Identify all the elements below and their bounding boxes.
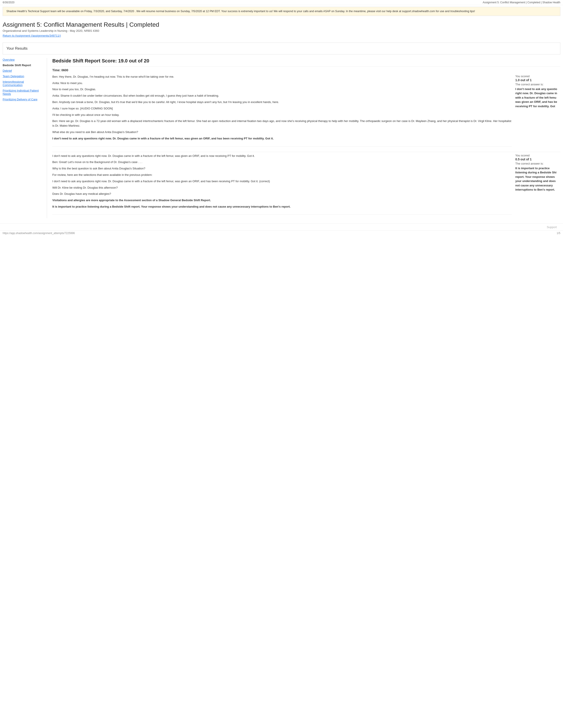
- block-1-row: Ben: Hey there, Dr. Douglas, I'm heading…: [52, 75, 560, 150]
- conv-line-1-6: Anita: I sure hope so. [AUDIO COMING SOO…: [52, 106, 512, 111]
- conv-line-1-3: Nice to meet you too, Dr. Douglas.: [52, 87, 512, 92]
- sidebar-item-prioritizing-individual[interactable]: Prioritizing Individual Patient Needs: [3, 89, 43, 96]
- browser-title: Assignment 5: Conflict Management | Comp…: [483, 1, 560, 4]
- conv-bold-answer-1: I don't need to ask any questions right …: [52, 136, 512, 141]
- footer-bar: Support: [0, 223, 563, 231]
- score-block-1: You scored 1.0 out of 1 The correct answ…: [515, 75, 560, 109]
- support-link[interactable]: Support: [547, 225, 557, 229]
- sidebar-link-prioritizing-individual[interactable]: Prioritizing Individual Patient Needs: [3, 89, 39, 96]
- score-value-1: 1.0 out of 1: [515, 78, 560, 82]
- score-label-1: You scored: [515, 75, 560, 78]
- conv-line-1-1: Ben: Hey there, Dr. Douglas, I'm heading…: [52, 75, 512, 79]
- conv-line-2-6: Will Dr. Kline be visiting Dr. Douglas t…: [52, 186, 512, 190]
- page-subtitle: Organizational and Systems Leadership in…: [3, 29, 560, 32]
- conversation-block-1: Ben: Hey there, Dr. Douglas, I'm heading…: [52, 75, 512, 146]
- divider-2: [52, 152, 560, 152]
- conv-line-2-7: Does Dr. Douglas have any medical allerg…: [52, 192, 512, 196]
- notice-text: Shadow Health's Technical Support team w…: [6, 10, 475, 13]
- score-value-2: 0.5 out of 1: [515, 158, 560, 161]
- score-panel-2: You scored 0.5 out of 1 The correct answ…: [512, 154, 560, 218]
- footer-page: 1/5: [557, 232, 560, 235]
- main-content: Overview Bedside Shift Report Debrief Te…: [3, 58, 560, 218]
- page-title: Assignment 5: Conflict Management Result…: [3, 21, 560, 28]
- conv-line-1-2: Anita: Nice to meet you.: [52, 81, 512, 86]
- page-header: Assignment 5: Conflict Management Result…: [0, 18, 563, 39]
- sidebar-item-debrief[interactable]: Debrief: [3, 69, 43, 72]
- notice-bar: Shadow Health's Technical Support team w…: [3, 7, 560, 16]
- score-block-2: You scored 0.5 out of 1 The correct answ…: [515, 154, 560, 192]
- conversation-block-2: I don't need to ask any questions right …: [52, 154, 512, 215]
- score-panel-1: You scored 1.0 out of 1 The correct answ…: [512, 75, 560, 150]
- results-box: Your Results: [3, 43, 560, 54]
- sidebar-label-bedside-shift-report: Bedside Shift Report: [3, 64, 31, 67]
- sidebar: Overview Bedside Shift Report Debrief Te…: [3, 58, 47, 218]
- score-label-2: You scored: [515, 154, 560, 157]
- sidebar-link-prioritizing-delivery[interactable]: Prioritizing Delivery of Care: [3, 98, 38, 101]
- sidebar-link-interprofessional-communication[interactable]: Interprofessional Communication: [3, 80, 24, 87]
- sidebar-item-prioritizing-delivery[interactable]: Prioritizing Delivery of Care: [3, 98, 43, 101]
- correct-text-1: I don't need to ask any questio right no…: [515, 87, 560, 109]
- correct-text-2: It is important to practice listening du…: [515, 166, 560, 192]
- correct-label-2: The correct answer is:: [515, 162, 560, 165]
- sidebar-item-bedside-shift-report[interactable]: Bedside Shift Report: [3, 64, 43, 67]
- conv-line-2-5: I don't need to ask any questions right …: [52, 179, 512, 184]
- sidebar-link-overview[interactable]: Overview: [3, 58, 15, 61]
- section-score-title: Bedside Shift Report Score: 19.0 out of …: [52, 58, 560, 64]
- top-bar: 6/30/2020 Assignment 5: Conflict Managem…: [0, 0, 563, 5]
- conv-line-1-5: Ben: Anybody can break a bone, Dr. Dougl…: [52, 100, 512, 105]
- conv-line-1-8: Ben: Here we go. Dr. Douglas is a 72-yea…: [52, 119, 512, 128]
- conv-line-2-4: For review, here are the selections that…: [52, 173, 512, 177]
- conv-line-1-7: I'll be checking in with you about once …: [52, 113, 512, 117]
- sidebar-link-debrief[interactable]: Debrief: [3, 69, 12, 72]
- conv-line-1-9: What else do you need to ask Ben about A…: [52, 130, 512, 135]
- sidebar-item-overview[interactable]: Overview: [3, 58, 43, 61]
- sidebar-item-team-delegation[interactable]: Team Delegation: [3, 75, 43, 78]
- time-label: Time: 0600: [52, 68, 560, 72]
- correct-label-1: The correct answer is:: [515, 83, 560, 86]
- footer-url: https://app.shadowhealth.com/assignment_…: [3, 232, 75, 235]
- conv-line-2-2: Ben: Great! Let's move on to the Backgro…: [52, 160, 512, 165]
- return-to-assignment-link[interactable]: Return to Assignment (/assignments/34971…: [3, 34, 61, 37]
- block-2-row: I don't need to ask any questions right …: [52, 154, 560, 218]
- content-area: Bedside Shift Report Score: 19.0 out of …: [47, 58, 560, 218]
- conv-bold-answer-2a: Visitations and allergies are more appro…: [52, 198, 512, 203]
- conv-line-1-4: Anita: Shame it couldn't be under better…: [52, 94, 512, 98]
- conv-line-2-3: Why is this the best question to ask Ben…: [52, 166, 512, 171]
- conv-bold-answer-2b: It is important to practice listening du…: [52, 205, 512, 209]
- divider-1: [52, 66, 560, 67]
- sidebar-item-interprofessional-communication[interactable]: Interprofessional Communication: [3, 80, 43, 87]
- sidebar-link-team-delegation[interactable]: Team Delegation: [3, 75, 24, 78]
- date-label: 6/30/2020: [3, 1, 14, 4]
- conv-line-2-1: I don't need to ask any questions right …: [52, 154, 512, 158]
- results-box-title: Your Results: [6, 46, 557, 51]
